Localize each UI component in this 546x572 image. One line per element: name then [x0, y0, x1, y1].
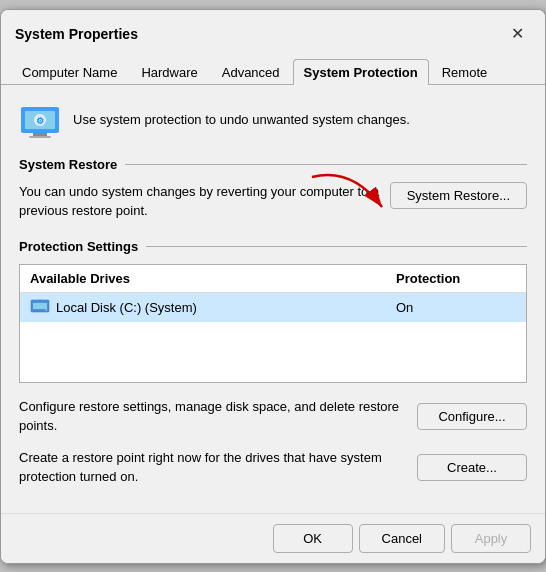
table-header: Available Drives Protection: [20, 265, 526, 293]
restore-content: You can undo system changes by reverting…: [19, 182, 527, 221]
drive-name: Local Disk (C:) (System): [30, 298, 396, 317]
close-button[interactable]: ✕: [503, 20, 531, 48]
svg-text:⚙: ⚙: [36, 116, 44, 126]
tab-computer-name[interactable]: Computer Name: [11, 59, 128, 85]
system-icon: ⚙: [19, 99, 61, 141]
drives-table: Available Drives Protection Local Disk (…: [19, 264, 527, 383]
svg-rect-8: [33, 303, 47, 309]
tab-remote[interactable]: Remote: [431, 59, 499, 85]
svg-point-9: [45, 309, 47, 311]
arrow-indicator: [302, 167, 392, 227]
system-restore-header: System Restore: [19, 157, 527, 172]
svg-rect-3: [29, 136, 51, 138]
svg-rect-2: [33, 133, 47, 136]
configure-description: Configure restore settings, manage disk …: [19, 397, 407, 436]
tab-system-protection[interactable]: System Protection: [293, 59, 429, 85]
tab-bar: Computer Name Hardware Advanced System P…: [1, 52, 545, 85]
restore-button-container: System Restore...: [390, 182, 527, 209]
info-text: Use system protection to undo unwanted s…: [73, 112, 410, 127]
ok-button[interactable]: OK: [273, 524, 353, 553]
system-properties-dialog: System Properties ✕ Computer Name Hardwa…: [0, 9, 546, 564]
table-row[interactable]: Local Disk (C:) (System) On: [20, 293, 526, 322]
system-restore-section: System Restore You can undo system chang…: [19, 157, 527, 221]
tab-advanced[interactable]: Advanced: [211, 59, 291, 85]
info-box: ⚙ Use system protection to undo unwanted…: [19, 99, 527, 141]
title-bar: System Properties ✕: [1, 10, 545, 48]
dialog-title: System Properties: [15, 26, 138, 42]
configure-button[interactable]: Configure...: [417, 403, 527, 430]
dialog-footer: OK Cancel Apply: [1, 513, 545, 563]
section-divider: [125, 164, 527, 165]
drive-icon: [30, 298, 50, 317]
table-empty-area: [20, 322, 526, 382]
protection-section-divider: [146, 246, 527, 247]
system-restore-title: System Restore: [19, 157, 117, 172]
apply-button[interactable]: Apply: [451, 524, 531, 553]
protection-settings-header: Protection Settings: [19, 239, 527, 254]
create-row: Create a restore point right now for the…: [19, 448, 527, 487]
configure-row: Configure restore settings, manage disk …: [19, 397, 527, 436]
create-button[interactable]: Create...: [417, 454, 527, 481]
drive-protection-status: On: [396, 300, 516, 315]
tab-hardware[interactable]: Hardware: [130, 59, 208, 85]
column-drive-header: Available Drives: [30, 271, 396, 286]
column-protection-header: Protection: [396, 271, 516, 286]
content-area: ⚙ Use system protection to undo unwanted…: [1, 85, 545, 513]
cancel-button[interactable]: Cancel: [359, 524, 445, 553]
system-restore-button[interactable]: System Restore...: [390, 182, 527, 209]
protection-settings-title: Protection Settings: [19, 239, 138, 254]
create-description: Create a restore point right now for the…: [19, 448, 407, 487]
protection-settings-section: Protection Settings Available Drives Pro…: [19, 239, 527, 383]
